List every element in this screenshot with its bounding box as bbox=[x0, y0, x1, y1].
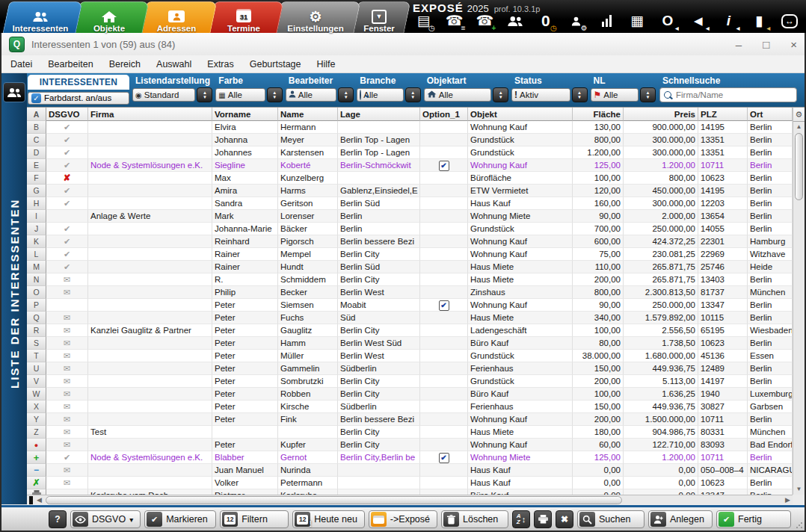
main-tab-einstellungen[interactable]: ⚙Einstellungen bbox=[278, 0, 353, 33]
cell-objekt[interactable]: Haus Miete bbox=[468, 312, 573, 324]
cell-preis[interactable]: 265.871,75 bbox=[624, 261, 698, 273]
cell-dsgvo[interactable]: ✉ bbox=[46, 312, 88, 324]
cell-dsgvo[interactable]: ✉ bbox=[46, 350, 88, 362]
cell-vorname[interactable]: Peter bbox=[212, 375, 278, 388]
alpha-index-cross[interactable]: ✗ bbox=[27, 477, 46, 489]
cell-vorname[interactable]: Johanna bbox=[212, 134, 278, 146]
cell-lage[interactable]: Südberlin bbox=[338, 362, 420, 375]
column-header-plz[interactable]: PLZ bbox=[698, 108, 748, 121]
cell-lage[interactable] bbox=[338, 464, 420, 477]
cell-objekt[interactable]: Grundstück bbox=[468, 146, 573, 159]
toolbar-button-markieren[interactable]: ✔Markieren bbox=[144, 510, 216, 528]
phone-add-icon[interactable]: ☎+ bbox=[474, 10, 495, 31]
alpha-index-dot[interactable]: ● bbox=[27, 439, 46, 451]
cell-option1[interactable] bbox=[420, 464, 468, 477]
cell-plz[interactable]: 10623 bbox=[698, 172, 748, 185]
cell-objekt[interactable]: Wohnung Miete bbox=[468, 210, 573, 223]
cell-ort[interactable]: Berlin bbox=[748, 134, 793, 146]
cell-objekt[interactable]: Ladengeschäft bbox=[468, 324, 573, 337]
cell-ort[interactable]: Bad Endorf bbox=[748, 439, 793, 451]
calculator-icon[interactable]: ▦ bbox=[627, 10, 647, 31]
column-header-fläche[interactable]: Fläche bbox=[573, 108, 624, 121]
cell-flaeche[interactable]: 38.000,00 bbox=[573, 350, 624, 362]
cell-firma[interactable] bbox=[88, 248, 212, 261]
cell-firma[interactable] bbox=[88, 337, 212, 350]
menu-item-auswahl[interactable]: Auswahl bbox=[156, 59, 191, 69]
cell-flaeche[interactable]: 340,00 bbox=[573, 312, 624, 324]
toolbar-button-sortieren[interactable]: AZ↕ bbox=[512, 510, 530, 528]
menu-item-bearbeiten[interactable]: Bearbeiten bbox=[48, 59, 93, 69]
cell-vorname[interactable]: Peter bbox=[212, 299, 278, 312]
cell-ort[interactable]: Berlin bbox=[748, 413, 793, 426]
cell-preis[interactable]: 230.081,25 bbox=[624, 248, 698, 261]
cell-firma[interactable] bbox=[88, 134, 212, 146]
cell-dsgvo[interactable]: ✔ bbox=[46, 248, 88, 261]
menu-item-datei[interactable]: Datei bbox=[10, 59, 32, 69]
cell-firma[interactable] bbox=[88, 235, 212, 248]
toolbar-button-loeschen[interactable]: Löschen bbox=[441, 510, 508, 528]
toolbar-button-schliessen[interactable]: ✖ bbox=[556, 510, 573, 528]
cell-preis[interactable]: 900.000,00 bbox=[624, 121, 698, 134]
phone-list-icon[interactable]: ☎≡ bbox=[444, 10, 465, 31]
horizontal-scroll-thumb[interactable] bbox=[46, 496, 622, 504]
cell-option1[interactable]: ✔ bbox=[420, 299, 468, 312]
cell-ort[interactable]: Hamburg bbox=[748, 235, 793, 248]
cell-objekt[interactable]: Ferienhaus bbox=[468, 362, 573, 375]
toolbar-button-heute-neu[interactable]: 12!Heute neu bbox=[292, 510, 365, 528]
cell-ort[interactable]: Essen bbox=[748, 350, 793, 362]
cell-vorname[interactable]: Volker bbox=[212, 477, 278, 489]
cell-plz[interactable]: 14197 bbox=[698, 375, 748, 388]
cell-plz[interactable]: 14195 bbox=[698, 121, 748, 134]
cell-plz[interactable]: 14055 bbox=[698, 223, 748, 235]
cell-plz[interactable]: 10711 bbox=[698, 413, 748, 426]
cell-name[interactable]: Schmiddem bbox=[278, 273, 338, 286]
alpha-index-R[interactable]: R bbox=[27, 324, 46, 337]
cell-preis[interactable]: 904.986,75 bbox=[624, 426, 698, 439]
minimize-button[interactable]: – bbox=[736, 39, 742, 50]
cell-firma[interactable] bbox=[88, 273, 212, 286]
cell-option1[interactable] bbox=[420, 375, 468, 388]
cell-name[interactable]: Kunzelberg bbox=[278, 172, 338, 185]
cell-vorname[interactable]: Philip bbox=[212, 286, 278, 299]
cell-firma[interactable] bbox=[88, 146, 212, 159]
cell-vorname[interactable] bbox=[212, 426, 278, 439]
cell-lage[interactable]: Berlin City bbox=[338, 273, 420, 286]
cell-plz[interactable]: 22301 bbox=[698, 235, 748, 248]
cell-objekt[interactable]: Wohnung Kauf bbox=[468, 248, 573, 261]
alpha-index-K[interactable]: K bbox=[27, 235, 46, 248]
cell-plz[interactable]: 65195 bbox=[698, 324, 748, 337]
cell-lage[interactable]: Berlin City bbox=[338, 375, 420, 388]
cell-objekt[interactable]: Wohnung Kauf bbox=[468, 159, 573, 172]
cell-name[interactable]: Sombrutzki bbox=[278, 375, 338, 388]
cell-flaeche[interactable]: 200,00 bbox=[573, 375, 624, 388]
cell-dsgvo[interactable]: ✔ bbox=[46, 197, 88, 210]
cell-ort[interactable]: Berlin bbox=[748, 312, 793, 324]
cell-objekt[interactable]: Ferienhaus bbox=[468, 400, 573, 413]
cell-option1[interactable] bbox=[420, 134, 468, 146]
cell-name[interactable] bbox=[278, 426, 338, 439]
cell-preis[interactable]: 0,00 bbox=[624, 477, 698, 489]
resize-grip[interactable] bbox=[796, 522, 803, 529]
cell-dsgvo[interactable]: ✉ bbox=[46, 388, 88, 400]
remote-access-icon[interactable]: ↔ bbox=[779, 10, 800, 31]
cell-ort[interactable]: Witzhave bbox=[748, 248, 793, 261]
cell-firma[interactable] bbox=[88, 223, 212, 235]
cell-vorname[interactable]: Peter bbox=[212, 400, 278, 413]
cell-objekt[interactable]: Wohnung Kauf bbox=[468, 413, 573, 426]
cell-ort[interactable]: Berlin bbox=[748, 159, 793, 172]
cell-dsgvo[interactable]: ✔ bbox=[46, 134, 88, 146]
cell-vorname[interactable]: Peter bbox=[212, 324, 278, 337]
cell-lage[interactable]: Südberlin bbox=[338, 400, 420, 413]
contacts-transfer-icon[interactable] bbox=[505, 10, 526, 31]
column-header-objekt[interactable]: Objekt bbox=[468, 108, 573, 121]
cell-ort[interactable]: Berlin bbox=[748, 146, 793, 159]
cell-name[interactable]: Karstensen bbox=[278, 146, 338, 159]
cell-flaeche[interactable]: 75,00 bbox=[573, 248, 624, 261]
cell-ort[interactable]: Heide bbox=[748, 261, 793, 273]
cell-name[interactable]: Harms bbox=[278, 185, 338, 197]
cell-firma[interactable] bbox=[88, 286, 212, 299]
cell-plz[interactable]: 10623 bbox=[698, 337, 748, 350]
cell-lage[interactable] bbox=[338, 121, 420, 134]
cell-dsgvo[interactable]: ✉ bbox=[46, 337, 88, 350]
cell-lage[interactable]: Gablenz,Einsiedel,E bbox=[338, 185, 420, 197]
